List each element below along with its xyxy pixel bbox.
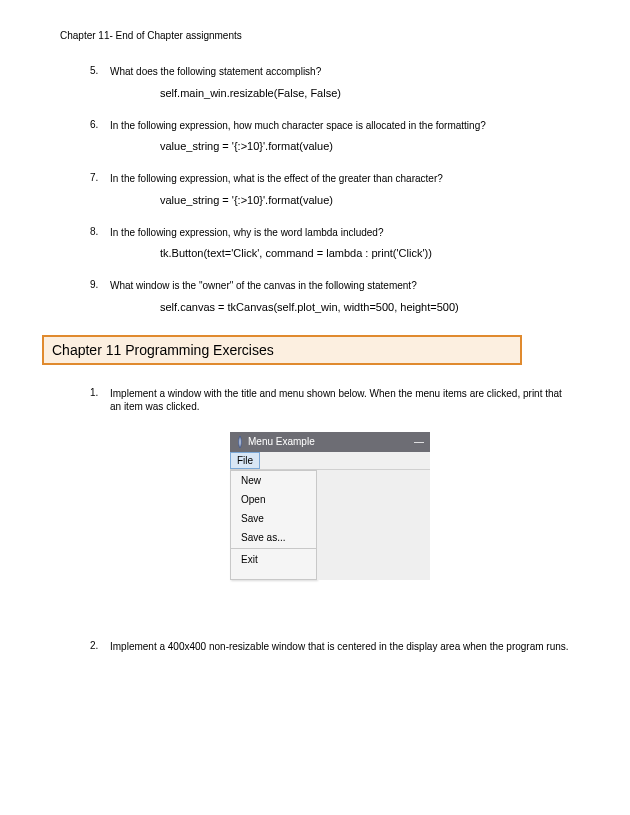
- programming-number: 1.: [90, 387, 110, 620]
- question-code: value_string = '{:>10}'.format(value): [160, 140, 575, 152]
- menu-item-saveas: Save as...: [231, 528, 316, 547]
- programming-text: Implement a 400x400 non-resizable window…: [110, 640, 575, 654]
- question-item: 9. What window is the "owner" of the can…: [90, 279, 575, 313]
- question-item: 7. In the following expression, what is …: [90, 172, 575, 206]
- section-banner: Chapter 11 Programming Exercises: [42, 335, 522, 365]
- question-code: value_string = '{:>10}'.format(value): [160, 194, 575, 206]
- question-item: 5. What does the following statement acc…: [90, 65, 575, 99]
- menu-item-new: New: [231, 471, 316, 490]
- page-header: Chapter 11- End of Chapter assignments: [60, 30, 575, 41]
- window-title: Menu Example: [248, 436, 315, 447]
- menu-example-figure: Menu Example — File New Open Save Save a…: [230, 432, 430, 580]
- question-code: self.canvas = tkCanvas(self.plot_win, wi…: [160, 301, 575, 313]
- question-number: 8.: [90, 226, 110, 260]
- question-text: What does the following statement accomp…: [110, 65, 575, 79]
- question-item: 8. In the following expression, why is t…: [90, 226, 575, 260]
- programming-text: Implement a window with the title and me…: [110, 387, 575, 414]
- question-code: self.main_win.resizable(False, False): [160, 87, 575, 99]
- question-text: In the following expression, what is the…: [110, 172, 575, 186]
- menu-item-exit: Exit: [231, 550, 316, 569]
- menubar: File: [230, 452, 430, 470]
- question-number: 9.: [90, 279, 110, 313]
- question-number: 6.: [90, 119, 110, 153]
- feather-icon: [236, 436, 244, 448]
- question-list: 5. What does the following statement acc…: [60, 65, 575, 313]
- programming-number: 2.: [90, 640, 110, 654]
- programming-item: 2. Implement a 400x400 non-resizable win…: [90, 640, 575, 654]
- window-client-area: [317, 470, 430, 580]
- menu-separator: [231, 548, 316, 549]
- question-number: 7.: [90, 172, 110, 206]
- file-dropdown: New Open Save Save as... Exit: [230, 470, 317, 580]
- question-code: tk.Button(text='Click', command = lambda…: [160, 247, 575, 259]
- file-menu-label: File: [230, 452, 260, 469]
- minimize-icon: —: [414, 436, 424, 447]
- programming-list: 1. Implement a window with the title and…: [60, 387, 575, 654]
- question-number: 5.: [90, 65, 110, 99]
- question-text: In the following expression, how much ch…: [110, 119, 575, 133]
- question-item: 6. In the following expression, how much…: [90, 119, 575, 153]
- question-text: What window is the "owner" of the canvas…: [110, 279, 575, 293]
- question-text: In the following expression, why is the …: [110, 226, 575, 240]
- menu-item-save: Save: [231, 509, 316, 528]
- programming-item: 1. Implement a window with the title and…: [90, 387, 575, 620]
- menu-item-open: Open: [231, 490, 316, 509]
- window-titlebar: Menu Example —: [230, 432, 430, 452]
